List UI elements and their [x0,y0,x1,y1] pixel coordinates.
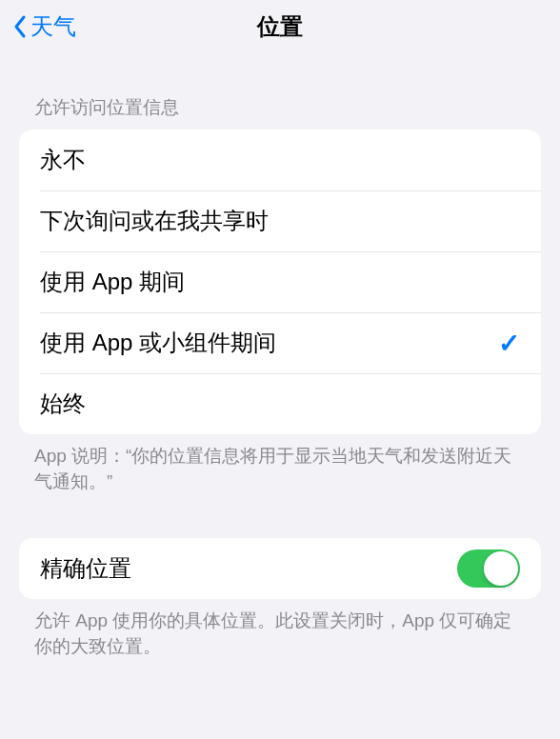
access-option-while-using-or-widgets[interactable]: 使用 App 或小组件期间 ✓ [19,312,541,373]
option-label: 使用 App 或小组件期间 [40,328,276,358]
access-option-always[interactable]: 始终 [19,373,541,434]
checkmark-icon: ✓ [498,328,520,359]
option-label: 始终 [40,389,86,419]
precise-location-row[interactable]: 精确位置 [19,538,541,599]
access-option-ask-next-time[interactable]: 下次询问或在我共享时 [19,190,541,251]
option-label: 永不 [40,145,86,175]
access-section-header: 允许访问位置信息 [0,53,560,130]
navigation-bar: 天气 位置 [0,0,560,53]
precise-location-label: 精确位置 [40,553,131,584]
access-option-never[interactable]: 永不 [19,130,541,190]
chevron-left-icon [11,13,29,40]
back-button-label: 天气 [30,11,76,42]
back-button[interactable]: 天气 [8,8,80,46]
option-label: 使用 App 期间 [40,267,185,297]
precise-location-group: 精确位置 [19,538,541,599]
option-label: 下次询问或在我共享时 [40,206,269,236]
precise-section-footer: 允许 App 使用你的具体位置。此设置关闭时，App 仅可确定你的大致位置。 [0,599,560,659]
page-title: 位置 [257,11,303,42]
access-section-footer: App 说明：“你的位置信息将用于显示当地天气和发送附近天气通知。” [0,434,560,494]
toggle-knob [484,551,518,586]
access-options-group: 永不 下次询问或在我共享时 使用 App 期间 使用 App 或小组件期间 ✓ … [19,130,541,434]
access-option-while-using[interactable]: 使用 App 期间 [19,251,541,312]
precise-location-toggle[interactable] [457,549,520,588]
